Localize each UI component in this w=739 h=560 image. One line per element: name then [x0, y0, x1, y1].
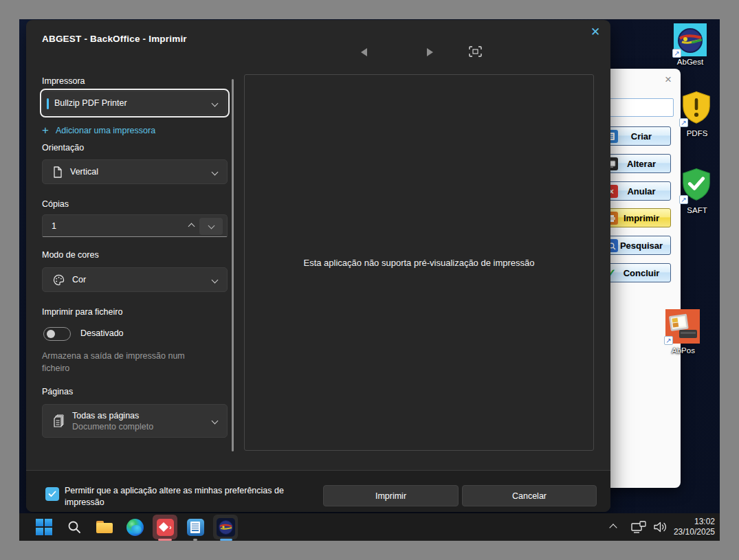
orientation-select[interactable]: Vertical: [42, 159, 228, 184]
shortcut-arrow-icon: ↗: [679, 118, 688, 127]
dialog-footer: Permitir que a aplicação altere as minha…: [26, 470, 610, 512]
desktop: × Criar Alterar × Anular Imprimir: [19, 19, 720, 541]
chevron-down-icon: [212, 100, 219, 107]
saft-shield-icon[interactable]: ↗: [681, 166, 712, 203]
saft-icon-label[interactable]: SAFT: [670, 206, 720, 214]
remote-app-icon: ›: [157, 519, 174, 536]
taskbar-clock[interactable]: 13:02 23/10/2025: [674, 517, 715, 537]
open-app-indicator: [193, 539, 197, 541]
print-preview-panel: Esta aplicação não suporta pré-visualiza…: [244, 74, 594, 451]
ledger-app-button[interactable]: [183, 515, 208, 539]
settings-scrollbar[interactable]: [232, 79, 234, 451]
add-printer-label: Adicionar uma impressora: [56, 126, 155, 135]
printer-select[interactable]: Bullzip PDF Printer: [42, 91, 228, 115]
portrait-page-icon: [53, 166, 63, 178]
alterar-label: Alterar: [627, 159, 656, 169]
chevron-up-icon[interactable]: [188, 223, 195, 230]
pages-select[interactable]: Todas as páginas Documento completo: [42, 404, 228, 438]
stepper-down-button[interactable]: [199, 218, 223, 235]
abgest-taskbar-button[interactable]: [213, 515, 238, 539]
active-abgest-indicator: [220, 539, 232, 541]
abgest-icon-label[interactable]: AbGest: [663, 58, 718, 66]
pages-subtitle: Documento completo: [72, 421, 153, 432]
pdfs-shield-icon[interactable]: ↗: [681, 89, 712, 126]
remote-app-button[interactable]: ›: [153, 515, 177, 539]
pages-value: Todas as páginas: [72, 410, 153, 421]
abgest-app-icon: [217, 518, 235, 537]
shortcut-arrow-icon: ↗: [679, 195, 688, 204]
clock-date: 23/10/2025: [674, 527, 715, 537]
dialog-close-icon[interactable]: ✕: [587, 24, 604, 41]
plus-icon: +: [42, 126, 49, 135]
color-mode-select[interactable]: Cor: [42, 267, 228, 292]
next-page-icon[interactable]: [427, 48, 433, 56]
fit-to-page-icon[interactable]: [469, 46, 482, 57]
printer-label: Impressora: [42, 76, 85, 86]
criar-button[interactable]: Criar: [601, 126, 671, 146]
clock-time: 13:02: [674, 517, 715, 527]
active-app-indicator: [158, 539, 172, 541]
windows-logo-icon: [36, 519, 52, 535]
chevron-down-icon: [212, 276, 219, 283]
chevron-down-icon: [212, 418, 219, 425]
shortcut-arrow-icon: ↗: [672, 49, 681, 58]
imprimir-app-button[interactable]: Imprimir: [601, 208, 671, 227]
start-button[interactable]: [32, 515, 56, 539]
speaker-icon[interactable]: [653, 520, 668, 534]
selection-accent-bar: [47, 98, 49, 109]
anular-label: Anular: [627, 186, 655, 197]
print-to-file-toggle[interactable]: [43, 327, 71, 341]
file-explorer-button[interactable]: [92, 515, 117, 539]
allow-preferences-label: Permitir que a aplicação altere as minha…: [65, 485, 309, 508]
preview-message: Esta aplicação não suporta pré-visualiza…: [303, 258, 534, 268]
app-close-icon[interactable]: ×: [661, 73, 675, 87]
print-button[interactable]: Imprimir: [323, 485, 459, 506]
color-mode-value: Cor: [72, 275, 86, 284]
criar-label: Criar: [631, 131, 652, 142]
orientation-label: Orientação: [42, 143, 84, 153]
dialog-title: ABGEST - BackOffice - Imprimir: [42, 34, 187, 44]
taskbar-search-button[interactable]: [62, 515, 87, 539]
concluir-label: Concluir: [624, 268, 660, 278]
print-dialog: ABGEST - BackOffice - Imprimir ✕ Impress…: [26, 20, 610, 512]
abpos-icon-label[interactable]: AbPos: [656, 346, 711, 355]
print-to-file-state: Desativado: [80, 328, 124, 338]
tray-chevron-up-icon[interactable]: [609, 524, 617, 531]
chevron-down-icon: [208, 222, 214, 229]
search-icon: [67, 519, 82, 535]
pesquisar-button[interactable]: Pesquisar: [601, 236, 671, 255]
print-to-file-label: Imprimir para ficheiro: [42, 307, 122, 317]
app-search-input[interactable]: [608, 98, 674, 117]
abgest-desktop-icon[interactable]: ↗: [674, 23, 707, 56]
abpos-desktop-icon[interactable]: ↗: [665, 309, 700, 344]
copies-stepper[interactable]: 1: [42, 214, 228, 237]
network-icon[interactable]: [631, 521, 648, 534]
color-mode-label: Modo de cores: [42, 250, 99, 260]
taskbar: ›: [19, 513, 720, 541]
shortcut-arrow-icon: ↗: [664, 336, 673, 345]
orientation-value: Vertical: [70, 167, 98, 177]
allow-preferences-checkbox[interactable]: [45, 487, 59, 501]
chevron-down-icon: [212, 168, 219, 175]
copies-label: Cópias: [42, 199, 69, 209]
pages-label: Páginas: [42, 387, 73, 396]
pesquisar-label: Pesquisar: [620, 240, 663, 251]
pdfs-icon-label[interactable]: PDFS: [670, 129, 720, 137]
toggle-knob: [47, 330, 55, 338]
alterar-button[interactable]: Alterar: [601, 154, 671, 173]
edge-icon: [126, 519, 144, 536]
previous-page-icon[interactable]: [361, 48, 367, 56]
folder-icon: [96, 521, 113, 533]
imprimir-app-label: Imprimir: [624, 213, 659, 223]
print-button-label: Imprimir: [375, 491, 406, 501]
ledger-app-icon: [187, 519, 204, 536]
anular-button[interactable]: × Anular: [601, 181, 671, 201]
copies-value: 1: [52, 221, 56, 231]
printer-value: Bullzip PDF Printer: [54, 98, 127, 108]
cancel-button-label: Cancelar: [512, 491, 547, 501]
concluir-button[interactable]: ✓ Concluir: [601, 263, 671, 282]
print-to-file-description: Armazena a saída de impressão num fichei…: [42, 350, 208, 374]
edge-browser-button[interactable]: [122, 515, 147, 539]
add-printer-link[interactable]: + Adicionar uma impressora: [42, 126, 155, 135]
cancel-button[interactable]: Cancelar: [462, 485, 597, 506]
